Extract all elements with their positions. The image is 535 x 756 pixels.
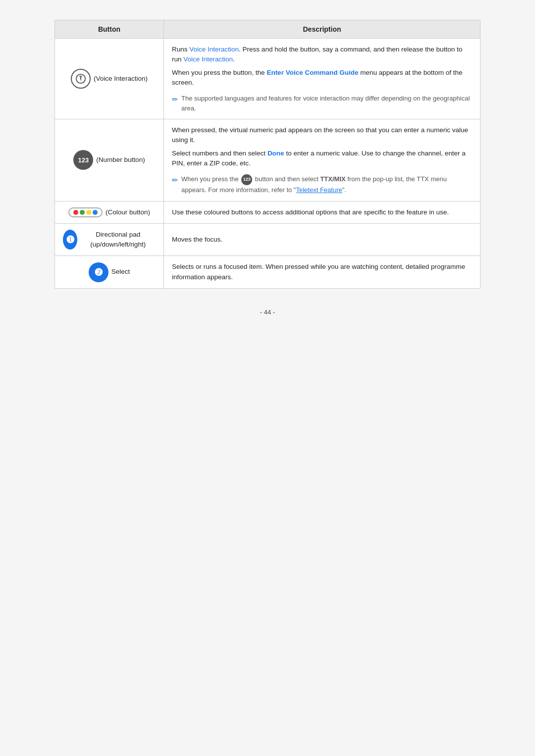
button-cell-voice: (Voice Interaction) — [55, 39, 164, 119]
enter-voice-command-guide-link[interactable]: Enter Voice Command Guide — [267, 69, 358, 76]
dot-red — [73, 210, 78, 215]
col-header-description: Description — [164, 20, 481, 39]
voice-note: ✏ The supported languages and features f… — [172, 94, 472, 113]
voice-interaction-link-2[interactable]: Voice Interaction — [183, 55, 233, 63]
table-row: (Voice Interaction) Runs Voice Interacti… — [55, 39, 481, 119]
number-note: ✏ When you press the 123 button and then… — [172, 174, 472, 195]
table-row: ❷ Select Selects or runs a focused item.… — [55, 256, 481, 289]
voice-note-text: The supported languages and features for… — [181, 94, 472, 113]
table-row: (Colour button) Use these coloured butto… — [55, 201, 481, 223]
done-link[interactable]: Done — [268, 150, 284, 157]
table-row: 123 (Number button) When pressed, the vi… — [55, 119, 481, 202]
voice-desc-2: When you press the button, the Enter Voi… — [172, 68, 472, 88]
dot-green — [80, 210, 85, 215]
page-number: - 44 - — [260, 308, 275, 316]
colour-button-label: (Colour button) — [106, 207, 150, 217]
number-button-icon: 123 — [73, 150, 93, 170]
description-cell-voice: Runs Voice Interaction. Press and hold t… — [164, 39, 481, 119]
number-desc-1: When pressed, the virtual numeric pad ap… — [172, 125, 472, 146]
voice-desc-1: Runs Voice Interaction. Press and hold t… — [172, 45, 472, 65]
select-button-icon: ❷ — [89, 262, 108, 282]
number-note-text: When you press the 123 button and then s… — [181, 174, 472, 195]
number-button-label: (Number button) — [96, 155, 145, 165]
svg-point-1 — [80, 79, 81, 80]
description-cell-colour: Use these coloured buttons to access add… — [164, 201, 481, 223]
dot-yellow — [86, 210, 91, 215]
voice-interaction-label: (Voice Interaction) — [94, 74, 148, 84]
button-cell-colour: (Colour button) — [55, 201, 164, 223]
button-cell-directional: ❶ Directional pad (up/down/left/right) — [55, 223, 164, 256]
pencil-icon-2: ✏ — [172, 175, 178, 186]
description-cell-number: When pressed, the virtual numeric pad ap… — [164, 119, 481, 202]
pencil-icon: ✏ — [172, 94, 178, 105]
table-row: ❶ Directional pad (up/down/left/right) M… — [55, 223, 481, 256]
col-header-button: Button — [55, 20, 164, 39]
voice-interaction-link-1[interactable]: Voice Interaction — [189, 46, 239, 53]
directional-pad-label: Directional pad (up/down/left/right) — [80, 230, 156, 250]
select-desc-1: Selects or runs a focused item. When pre… — [172, 262, 472, 282]
dot-blue — [93, 210, 98, 215]
colour-button-icon — [68, 207, 103, 217]
button-cell-number: 123 (Number button) — [55, 119, 164, 202]
number-desc-2: Select numbers and then select Done to e… — [172, 149, 472, 169]
teletext-feature-link[interactable]: Teletext Feature — [296, 186, 342, 194]
voice-interaction-icon — [71, 69, 91, 89]
description-cell-select: Selects or runs a focused item. When pre… — [164, 256, 481, 289]
reference-table: Button Description — [54, 20, 481, 289]
directional-desc-1: Moves the focus. — [172, 235, 472, 245]
number-inline-icon: 123 — [241, 174, 252, 185]
description-cell-directional: Moves the focus. — [164, 223, 481, 256]
button-cell-select: ❷ Select — [55, 256, 164, 289]
page-wrapper: Button Description — [54, 20, 481, 289]
select-button-label: Select — [111, 267, 130, 277]
colour-desc-1: Use these coloured buttons to access add… — [172, 207, 472, 217]
directional-pad-icon: ❶ — [63, 230, 77, 250]
